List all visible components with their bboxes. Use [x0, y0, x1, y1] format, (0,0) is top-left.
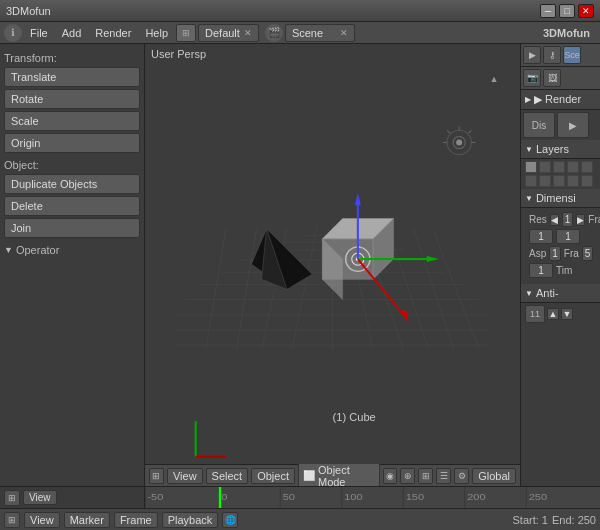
- menu-add[interactable]: Add: [56, 25, 88, 41]
- menu-file[interactable]: File: [24, 25, 54, 41]
- origin-button[interactable]: Origin: [4, 133, 140, 153]
- sb-view-btn[interactable]: View: [24, 512, 60, 528]
- operator-label: Operator: [16, 244, 59, 256]
- tl-view-btn[interactable]: View: [23, 490, 57, 505]
- maximize-button[interactable]: □: [559, 4, 575, 18]
- svg-text:▲: ▲: [490, 74, 499, 84]
- sb-playback-btn[interactable]: Playback: [162, 512, 219, 528]
- operator-collapse[interactable]: ▼ Operator: [4, 244, 140, 256]
- sb-grid-icon[interactable]: ⊞: [4, 512, 20, 528]
- svg-rect-54: [219, 487, 221, 508]
- timeline-track[interactable]: -50 0 50 100 150 200 250: [145, 487, 600, 508]
- vp-tools1-icon[interactable]: ⊞: [418, 468, 433, 484]
- layer-3[interactable]: [553, 161, 565, 173]
- render-icon[interactable]: 🎬: [265, 24, 283, 42]
- vp-tools2-icon[interactable]: ☰: [436, 468, 451, 484]
- object-mode-dropdown[interactable]: ⬜ Object Mode: [298, 462, 380, 487]
- layout-grid-icon[interactable]: ⊞: [176, 24, 196, 42]
- rp-up-btn[interactable]: ▲: [547, 308, 559, 320]
- scale-button[interactable]: Scale: [4, 111, 140, 131]
- content-area: Transform: Translate Rotate Scale Origin…: [0, 44, 600, 530]
- tl-icon[interactable]: ⊞: [4, 490, 20, 506]
- viewport-scene: (1) Cube ▲: [145, 44, 520, 464]
- res-x-field[interactable]: 1: [562, 212, 574, 227]
- layers-label: Layers: [536, 143, 569, 155]
- fra-y-field[interactable]: 1: [556, 229, 580, 244]
- layer-10[interactable]: [581, 175, 593, 187]
- res-x-inc[interactable]: ▶: [576, 214, 585, 226]
- panels-row: Transform: Translate Rotate Scale Origin…: [0, 44, 600, 486]
- object-button[interactable]: Object: [251, 468, 295, 484]
- select-button[interactable]: Select: [206, 468, 249, 484]
- view-button[interactable]: View: [167, 468, 203, 484]
- render-label: ▶ Render: [534, 93, 581, 106]
- layer-1[interactable]: [525, 161, 537, 173]
- svg-text:-50: -50: [147, 493, 164, 503]
- vp-tools3-icon[interactable]: ⚙: [454, 468, 469, 484]
- layer-9[interactable]: [567, 175, 579, 187]
- res-x-dec[interactable]: ◀: [550, 214, 559, 226]
- rp-arrow-icon[interactable]: ▶: [523, 46, 541, 64]
- asp-y-field[interactable]: 1: [529, 263, 553, 278]
- rp-scene-icon[interactable]: Sce: [563, 46, 581, 64]
- layer-5[interactable]: [581, 161, 593, 173]
- dimensions-content: Res ◀ 1 ▶ Fra ◀ 1 ▶ 1 1 Asp: [521, 208, 600, 284]
- rp-camera-icon[interactable]: 📷: [523, 69, 541, 87]
- scene-field[interactable]: Scene ✕: [285, 24, 355, 42]
- rp-num-icon[interactable]: 11: [525, 305, 545, 323]
- fra3-field[interactable]: 5: [582, 246, 594, 261]
- res-y-field[interactable]: 1: [529, 229, 553, 244]
- fra3-label: Fra: [564, 248, 579, 259]
- layers-tri-icon: ▼: [525, 145, 533, 154]
- sb-globe-icon[interactable]: 🌐: [222, 512, 238, 528]
- svg-text:(1) Cube: (1) Cube: [333, 411, 376, 423]
- vp-sphere-icon[interactable]: ◉: [383, 468, 398, 484]
- title-text: 3DMofun: [6, 5, 51, 17]
- right-icon-row2: 📷 🖼: [521, 67, 600, 90]
- tim-label: Tim: [556, 265, 572, 276]
- close-button[interactable]: ✕: [578, 4, 594, 18]
- global-dropdown[interactable]: Global: [472, 468, 516, 484]
- asp-x-field[interactable]: 1: [549, 246, 561, 261]
- menu-help[interactable]: Help: [139, 25, 174, 41]
- vp-snap-icon[interactable]: ⊕: [400, 468, 415, 484]
- layer-8[interactable]: [553, 175, 565, 187]
- transform-label: Transform:: [4, 52, 140, 64]
- viewport[interactable]: User Persp: [145, 44, 520, 464]
- translate-button[interactable]: Translate: [4, 67, 140, 87]
- join-button[interactable]: Join: [4, 218, 140, 238]
- window-controls: ─ □ ✕: [540, 4, 594, 18]
- rotate-button[interactable]: Rotate: [4, 89, 140, 109]
- anti-section[interactable]: ▼ Anti-: [521, 284, 600, 303]
- layout-close-icon: ✕: [244, 28, 252, 38]
- duplicate-objects-button[interactable]: Duplicate Objects: [4, 174, 140, 194]
- layer-4[interactable]: [567, 161, 579, 173]
- viewport-perspective-label: User Persp: [151, 48, 206, 60]
- sb-marker-btn[interactable]: Marker: [64, 512, 110, 528]
- rp-dn-btn[interactable]: ▼: [561, 308, 573, 320]
- rp-img-icon[interactable]: 🖼: [543, 69, 561, 87]
- right-icon-row: ▶ ⚷ Sce: [521, 44, 600, 67]
- info-icon[interactable]: ℹ: [4, 24, 22, 42]
- layer-2[interactable]: [539, 161, 551, 173]
- viewport-grid-icon[interactable]: ⊞: [149, 468, 164, 484]
- render-btn2[interactable]: ▶: [557, 112, 589, 138]
- layer-6[interactable]: [525, 175, 537, 187]
- svg-text:50: 50: [283, 493, 296, 503]
- layout-dropdown[interactable]: Default ✕: [198, 24, 259, 42]
- render-section[interactable]: ▶ ▶ Render: [521, 90, 600, 110]
- rp-key-icon[interactable]: ⚷: [543, 46, 561, 64]
- layout-name: Default: [205, 27, 240, 39]
- delete-button[interactable]: Delete: [4, 196, 140, 216]
- menubar: ℹ File Add Render Help ⊞ Default ✕ 🎬 Sce…: [0, 22, 600, 44]
- sb-frame-btn[interactable]: Frame: [114, 512, 158, 528]
- menu-render[interactable]: Render: [89, 25, 137, 41]
- layers-section[interactable]: ▼ Layers: [521, 140, 600, 159]
- dimensions-section[interactable]: ▼ Dimensi: [521, 189, 600, 208]
- minimize-button[interactable]: ─: [540, 4, 556, 18]
- render-icons-row: Dis ▶: [521, 110, 600, 140]
- layer-7[interactable]: [539, 175, 551, 187]
- render-btn1[interactable]: Dis: [523, 112, 555, 138]
- anti-label: Anti-: [536, 287, 559, 299]
- anti-tri-icon: ▼: [525, 289, 533, 298]
